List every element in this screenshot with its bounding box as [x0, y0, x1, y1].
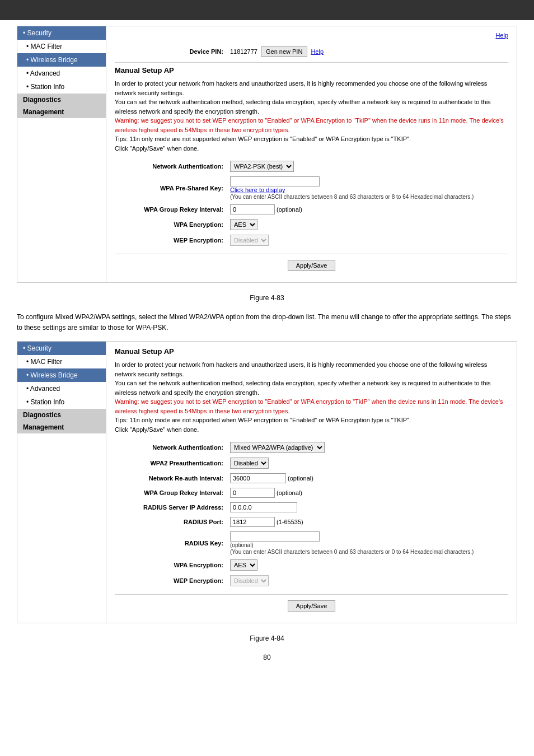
wep-enc-label: WEP Encryption: [115, 232, 227, 248]
network-reauth-cell: (optional) [227, 471, 508, 486]
device-pin-label: Device PIN: [115, 44, 227, 59]
radius-port-cell: (1-65535) [227, 515, 508, 529]
wpa-enc-select[interactable]: AES [230, 219, 257, 230]
info-block2: In order to protect your network from ha… [115, 360, 508, 434]
apply-save-button1[interactable]: Apply/Save [288, 260, 336, 271]
radius-port-label: RADIUS Port: [115, 515, 227, 529]
network-auth-cell2: Mixed WPA2/WPA (adaptive) [227, 440, 508, 455]
sidebar-group-diagnostics2: Diagnostics [17, 409, 106, 421]
form-table2: Network Authentication: Mixed WPA2/WPA (… [115, 440, 508, 589]
gen-new-pin-button[interactable]: Gen new PIN [261, 46, 307, 57]
wpa2-preauth-label: WPA2 Preauthentication: [115, 455, 227, 471]
click-apply-text2: Click "Apply/Save" when done. [115, 425, 508, 435]
info-text2b: You can set the network authentication m… [115, 379, 508, 397]
network-reauth-input[interactable] [230, 473, 286, 483]
sidebar-group-diagnostics: Diagnostics [17, 94, 106, 106]
click-apply-text: Click "Apply/Save" when done. [115, 144, 508, 153]
sidebar-item-advanced[interactable]: • Advanced [17, 67, 106, 80]
apply-save-button2[interactable]: Apply/Save [288, 600, 336, 612]
sidebar-item-security[interactable]: • Security [17, 26, 106, 40]
radius-key-cell: (optional) (You can enter ASCII characte… [227, 529, 508, 557]
sidebar1: • Security • MAC Filter • Wireless Bridg… [17, 26, 106, 283]
sidebar-item-wireless-bridge[interactable]: • Wireless Bridge [17, 53, 106, 67]
wpa2-preauth-row: WPA2 Preauthentication: Disabled [115, 455, 508, 471]
info-block: In order to protect your network from ha… [115, 79, 508, 153]
wpa-group-input[interactable] [230, 204, 275, 214]
wep-enc-row2: WEP Encryption: Disabled [115, 573, 508, 589]
apply-btn-row2: Apply/Save [115, 594, 508, 617]
sidebar-item-station-info[interactable]: • Station Info [17, 80, 106, 94]
device-pin-cell: 11812777 Gen new PIN Help [227, 44, 508, 59]
info-text1b: In order to protect your network from ha… [115, 360, 508, 379]
network-auth-select[interactable]: WPA2-PSK (best) [230, 161, 294, 172]
figure2-section: • Security • MAC Filter • Wireless Bridg… [17, 341, 517, 623]
wep-enc-cell2: Disabled [227, 573, 508, 589]
page-number: 80 [17, 654, 517, 661]
wpa-key-input[interactable] [230, 176, 320, 186]
figure1-main: Help Device PIN: 11812777 Gen new PIN He… [106, 26, 517, 283]
wpa-enc-row2: WPA Encryption: AES [115, 557, 508, 573]
top-bar [0, 0, 534, 20]
network-auth-cell: WPA2-PSK (best) [227, 158, 508, 174]
click-display-link[interactable]: Click here to display [230, 186, 285, 193]
manual-setup-title: Manual Setup AP [115, 66, 508, 74]
help-link-pin[interactable]: Help [311, 48, 324, 55]
radius-key-hint: (You can enter ASCII characters between … [230, 549, 474, 555]
wpa-key-hint: (You can enter ASCII characters between … [230, 194, 474, 200]
wep-enc-select2[interactable]: Disabled [230, 575, 269, 586]
tips-text: Tips: 11n only mode are not supported wh… [115, 134, 508, 144]
info-text1: In order to protect your network from ha… [115, 79, 508, 97]
radius-ip-row: RADIUS Server IP Address: [115, 500, 508, 515]
sidebar-item-mac-filter[interactable]: • MAC Filter [17, 40, 106, 53]
wpa-enc-cell2: AES [227, 557, 508, 573]
network-auth-select2[interactable]: Mixed WPA2/WPA (adaptive) [230, 442, 325, 453]
sidebar-item-mac-filter2[interactable]: • MAC Filter [17, 355, 106, 368]
wpa-enc-label2: WPA Encryption: [115, 557, 227, 573]
sidebar-item-wireless-bridge2[interactable]: • Wireless Bridge [17, 368, 106, 382]
wpa-group-cell2: (optional) [227, 486, 508, 500]
wpa2-preauth-select[interactable]: Disabled [230, 458, 269, 469]
wpa-group-label: WPA Group Rekey Interval: [115, 202, 227, 217]
apply-btn-row1: Apply/Save [115, 254, 508, 277]
sidebar-item-station-info2[interactable]: • Station Info [17, 395, 106, 409]
tips-text2: Tips: 11n only mode are not supported wh… [115, 416, 508, 425]
figure2-main: Manual Setup AP In order to protect your… [106, 341, 517, 623]
wpa-group-input2[interactable] [230, 488, 275, 498]
wpa-enc-cell: AES [227, 217, 508, 232]
wpa2-preauth-cell: Disabled [227, 455, 508, 471]
wep-enc-cell: Disabled [227, 232, 508, 248]
figure1-caption: Figure 4-83 [17, 294, 517, 302]
manual-setup-title2: Manual Setup AP [115, 347, 508, 356]
network-reauth-label: Network Re-auth Interval: [115, 471, 227, 486]
radius-port-range: (1-65535) [277, 519, 303, 525]
radius-key-label: RADIUS Key: [115, 529, 227, 557]
radius-ip-input[interactable] [230, 502, 297, 512]
warning-text: Warning: we suggest you not to set WEP e… [115, 116, 508, 134]
wpa-enc-label: WPA Encryption: [115, 217, 227, 232]
radius-ip-label: RADIUS Server IP Address: [115, 500, 227, 515]
wpa-key-row: WPA Pre-Shared Key: Click here to displa… [115, 174, 508, 202]
warning-text2: Warning: we suggest you not to set WEP e… [115, 397, 508, 416]
wep-enc-select[interactable]: Disabled [230, 235, 269, 246]
wpa-group-optional: (optional) [277, 206, 302, 213]
wpa-enc-select2[interactable]: AES [230, 559, 257, 571]
wpa-key-cell: Click here to display (You can enter ASC… [227, 174, 508, 202]
radius-ip-cell [227, 500, 508, 515]
wpa-group-row2: WPA Group Rekey Interval: (optional) [115, 486, 508, 500]
sidebar-group-management2: Management [17, 421, 106, 433]
help-link-top[interactable]: Help [495, 32, 508, 39]
form-table1: Network Authentication: WPA2-PSK (best) … [115, 158, 508, 248]
device-pin-row: Device PIN: 11812777 Gen new PIN Help [115, 44, 508, 59]
network-auth-row: Network Authentication: WPA2-PSK (best) [115, 158, 508, 174]
wep-enc-row: WEP Encryption: Disabled [115, 232, 508, 248]
sidebar-item-advanced2[interactable]: • Advanced [17, 382, 106, 395]
radius-port-row: RADIUS Port: (1-65535) [115, 515, 508, 529]
sidebar2: • Security • MAC Filter • Wireless Bridg… [17, 341, 106, 623]
sidebar-item-security2[interactable]: • Security [17, 342, 106, 355]
network-auth-row2: Network Authentication: Mixed WPA2/WPA (… [115, 440, 508, 455]
radius-port-input[interactable] [230, 517, 275, 527]
wpa-key-label: WPA Pre-Shared Key: [115, 174, 227, 202]
network-reauth-optional: (optional) [288, 475, 313, 482]
radius-key-input[interactable] [230, 531, 320, 542]
wpa-group-cell: (optional) [227, 202, 508, 217]
